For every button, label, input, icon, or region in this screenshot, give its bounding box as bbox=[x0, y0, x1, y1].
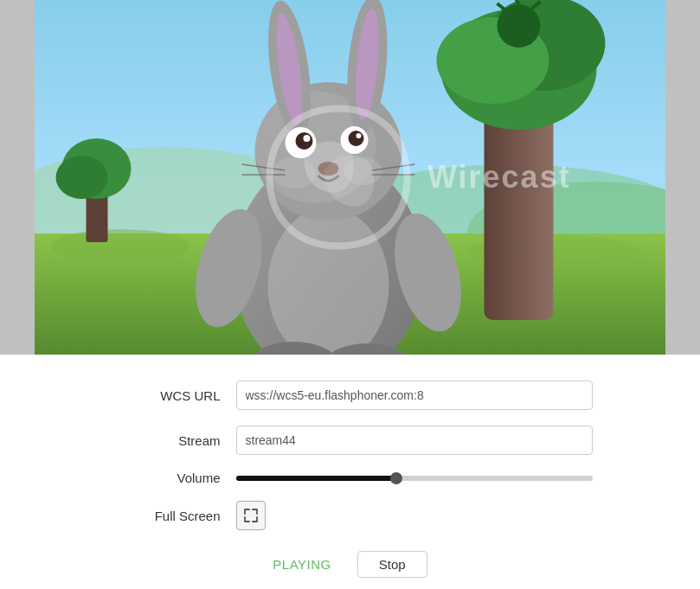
svg-point-28 bbox=[304, 135, 311, 142]
volume-slider-thumb[interactable] bbox=[390, 472, 402, 484]
svg-point-5 bbox=[52, 229, 190, 264]
video-canvas: Wirecast bbox=[35, 0, 665, 355]
fullscreen-button[interactable] bbox=[236, 501, 266, 530]
stream-label: Stream bbox=[108, 433, 221, 448]
wcs-url-row: WCS URL bbox=[108, 381, 593, 410]
svg-point-30 bbox=[349, 131, 364, 146]
fullscreen-label: Full Screen bbox=[108, 509, 221, 523]
volume-label: Volume bbox=[108, 471, 221, 485]
video-wrapper: Wirecast bbox=[0, 0, 700, 355]
svg-point-31 bbox=[356, 133, 362, 138]
wcs-url-input[interactable] bbox=[236, 381, 593, 410]
svg-point-33 bbox=[273, 157, 316, 189]
svg-point-34 bbox=[344, 157, 382, 185]
stop-button[interactable]: Stop bbox=[357, 551, 427, 578]
stream-row: Stream bbox=[108, 426, 593, 455]
svg-point-27 bbox=[296, 132, 313, 150]
volume-row: Volume bbox=[108, 471, 593, 485]
svg-point-17 bbox=[56, 156, 108, 199]
playing-status: PLAYING bbox=[273, 557, 331, 572]
action-row: PLAYING Stop bbox=[108, 551, 593, 578]
controls-panel: WCS URL Stream Volume Full Screen PLAYIN… bbox=[0, 355, 700, 589]
volume-slider[interactable] bbox=[236, 476, 593, 481]
wcs-url-label: WCS URL bbox=[108, 388, 221, 403]
video-side-right bbox=[665, 0, 700, 355]
fullscreen-row: Full Screen bbox=[108, 501, 593, 530]
scene-svg bbox=[35, 0, 665, 355]
volume-slider-fill bbox=[236, 476, 396, 481]
expand-icon bbox=[244, 509, 258, 522]
video-side-left bbox=[0, 0, 35, 355]
stream-input[interactable] bbox=[236, 426, 593, 455]
svg-point-32 bbox=[318, 162, 339, 176]
